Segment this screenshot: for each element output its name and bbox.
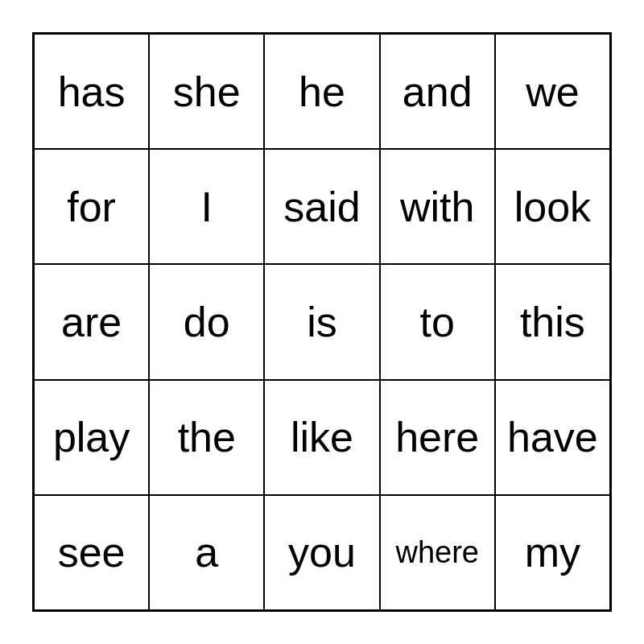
word-label: are bbox=[61, 298, 122, 346]
word-cell-r1c3: with bbox=[380, 149, 495, 264]
word-label: this bbox=[520, 298, 585, 346]
word-cell-r1c2: said bbox=[264, 149, 379, 264]
word-cell-r0c4: we bbox=[495, 34, 610, 149]
word-cell-r0c2: he bbox=[264, 34, 379, 149]
word-cell-r3c0: play bbox=[34, 380, 149, 495]
word-label: has bbox=[58, 68, 126, 116]
word-cell-r3c4: have bbox=[495, 380, 610, 495]
word-cell-r4c3: where bbox=[380, 495, 495, 610]
word-label: where bbox=[395, 535, 479, 570]
word-label: do bbox=[184, 298, 230, 346]
word-label: have bbox=[507, 413, 598, 461]
word-cell-r0c3: and bbox=[380, 34, 495, 149]
word-label: for bbox=[67, 183, 116, 231]
word-cell-r1c4: look bbox=[495, 149, 610, 264]
word-cell-r4c2: you bbox=[264, 495, 379, 610]
word-cell-r4c0: see bbox=[34, 495, 149, 610]
word-cell-r4c4: my bbox=[495, 495, 610, 610]
word-cell-r2c0: are bbox=[34, 264, 149, 379]
word-label: I bbox=[201, 183, 213, 231]
word-cell-r1c1: I bbox=[149, 149, 264, 264]
word-label: and bbox=[402, 68, 473, 116]
word-cell-r1c0: for bbox=[34, 149, 149, 264]
word-cell-r2c3: to bbox=[380, 264, 495, 379]
word-cell-r2c1: do bbox=[149, 264, 264, 379]
word-label: is bbox=[307, 298, 337, 346]
word-label: she bbox=[173, 68, 241, 116]
word-label: a bbox=[195, 528, 218, 576]
word-label: you bbox=[288, 528, 356, 576]
word-cell-r2c4: this bbox=[495, 264, 610, 379]
word-cell-r2c2: is bbox=[264, 264, 379, 379]
word-cell-r4c1: a bbox=[149, 495, 264, 610]
sight-words-grid: hassheheandweforIsaidwithlookaredoistoth… bbox=[32, 32, 612, 612]
word-label: we bbox=[526, 68, 579, 116]
word-cell-r0c0: has bbox=[34, 34, 149, 149]
word-label: look bbox=[514, 183, 591, 231]
word-label: the bbox=[178, 413, 236, 461]
word-cell-r0c1: she bbox=[149, 34, 264, 149]
word-label: with bbox=[400, 183, 474, 231]
word-cell-r3c3: here bbox=[380, 380, 495, 495]
word-label: here bbox=[395, 413, 479, 461]
word-label: see bbox=[58, 528, 126, 576]
word-label: he bbox=[299, 68, 345, 116]
word-cell-r3c2: like bbox=[264, 380, 379, 495]
word-label: play bbox=[53, 413, 130, 461]
word-label: to bbox=[420, 298, 455, 346]
word-label: my bbox=[525, 528, 580, 576]
word-label: like bbox=[291, 413, 353, 461]
word-label: said bbox=[283, 183, 360, 231]
word-cell-r3c1: the bbox=[149, 380, 264, 495]
